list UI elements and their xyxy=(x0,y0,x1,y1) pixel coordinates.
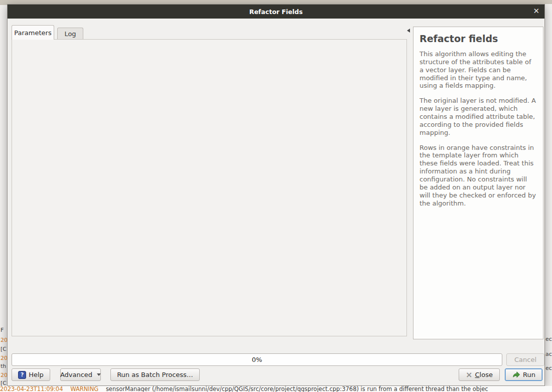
help-button[interactable]: ? Help xyxy=(12,368,50,381)
log-message: sensorManager (/home/ismailsunni/dev/cpp… xyxy=(106,386,488,392)
background-log-fragment: 20 xyxy=(1,355,7,361)
close-x-icon: × xyxy=(466,371,472,379)
run-as-batch-button[interactable]: Run as Batch Process… xyxy=(110,368,200,381)
dialog-titlebar[interactable]: Refactor Fields ✕ xyxy=(8,5,544,19)
help-icon: ? xyxy=(18,371,26,379)
background-log-fragment: F xyxy=(1,327,7,333)
dialog-title: Refactor Fields xyxy=(249,8,303,16)
background-log-fragment: th xyxy=(1,363,7,369)
parameters-panel xyxy=(12,39,407,336)
background-log-fragment: 20 xyxy=(1,337,7,343)
background-log-fragment: ec xyxy=(545,336,552,342)
collapse-panel-icon[interactable] xyxy=(407,29,410,33)
close-button[interactable]: × Close xyxy=(459,368,500,381)
help-panel: Refactor fields This algorithm allows ed… xyxy=(413,27,543,339)
close-icon[interactable]: ✕ xyxy=(533,7,539,16)
tab-log[interactable]: Log xyxy=(57,28,83,40)
background-log-fragment: [C xyxy=(1,380,7,386)
help-paragraph: The original layer is not modified. A ne… xyxy=(420,97,537,136)
run-button[interactable]: Run xyxy=(505,368,542,381)
log-level: WARNING xyxy=(70,386,98,392)
help-paragraph: This algorithm allows editing the struct… xyxy=(420,50,537,90)
progress-value: 0% xyxy=(252,356,262,363)
advanced-button[interactable]: Advanced xyxy=(60,368,101,381)
background-log-fragment: [C xyxy=(1,346,7,352)
progress-bar: 0% xyxy=(12,353,502,366)
desktop-top-strip xyxy=(0,0,552,4)
tab-parameters[interactable]: Parameters xyxy=(12,25,54,40)
background-log-fragment: 20 xyxy=(1,372,7,378)
refactor-fields-dialog: Refactor Fields ✕ Parameters Log Input l… xyxy=(7,4,545,386)
run-arrow-icon xyxy=(512,370,520,379)
help-paragraph: Rows in orange have constraints in the t… xyxy=(420,144,537,208)
cancel-button[interactable]: Cancel xyxy=(506,353,544,366)
help-panel-title: Refactor fields xyxy=(420,33,537,44)
background-log-fragment: ec xyxy=(545,365,552,371)
chevron-down-icon xyxy=(97,373,101,376)
background-window-right-sliver xyxy=(545,4,552,386)
log-message-line: 2023-04-23T11:09:04 WARNING sensorManage… xyxy=(0,386,552,392)
background-log-fragment: ac xyxy=(545,351,552,357)
log-timestamp: 2023-04-23T11:09:04 xyxy=(0,386,63,392)
